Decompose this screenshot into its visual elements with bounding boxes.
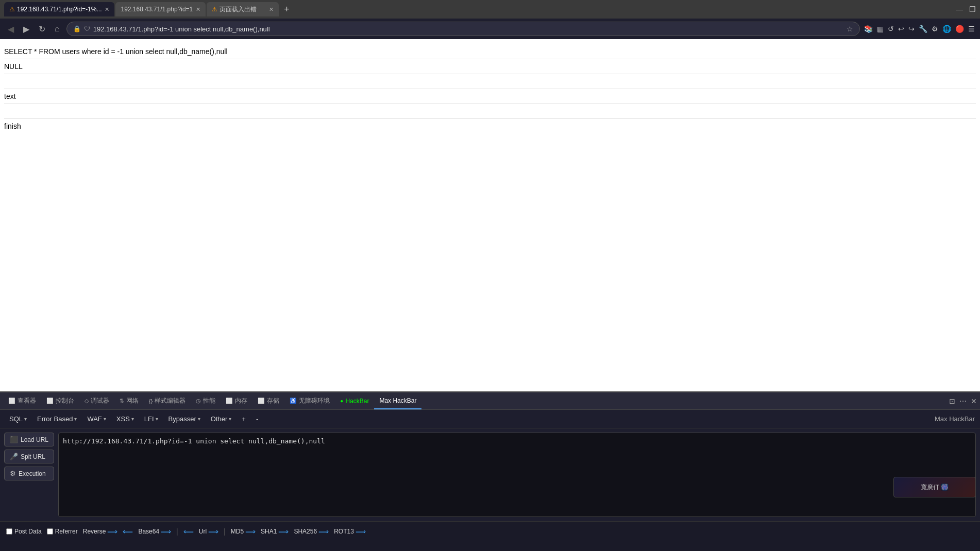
menu-xss[interactable]: XSS ▾ [112,413,138,425]
sync-icon[interactable]: ↺ [888,25,894,33]
library-icon[interactable]: 📚 [864,25,873,33]
home-button[interactable]: ⌂ [52,23,62,35]
menu-remove[interactable]: - [252,413,262,425]
refresh-button[interactable]: ↻ [36,23,48,35]
menu-add[interactable]: + [238,413,250,425]
back2-icon[interactable]: ↩ [898,25,904,33]
menu-icon[interactable]: ☰ [968,25,975,33]
url-button[interactable]: Url ⟹ [199,527,218,536]
addon2-icon[interactable]: 🌐 [942,25,951,33]
debugger-label: 调试器 [91,397,109,405]
toolbar-icons: 📚 ▦ ↺ ↩ ↪ 🔧 ⚙ 🌐 🔴 ☰ [864,25,975,33]
tools-icon[interactable]: 🔧 [919,25,927,33]
lfi-arrow-icon: ▾ [156,416,158,422]
menu-waf[interactable]: WAF ▾ [83,413,110,425]
devtools-tab-storage[interactable]: ⬜ 存储 [252,392,284,409]
devtools-more-icon[interactable]: ⋯ [959,397,967,405]
memory-label: 内存 [235,397,247,405]
tab-1[interactable]: ⚠ 192.168.43.71/1.php?id=-1%... ✕ [4,2,114,16]
devtools-tab-accessibility[interactable]: ♿ 无障碍环境 [284,392,335,409]
maxhackbar-label: Max HackBar [379,397,416,404]
sha256-button[interactable]: SHA256 ⟹ [294,527,329,536]
devtools-tab-debugger[interactable]: ◇ 调试器 [79,392,114,409]
execution-icon: ⚙ [10,470,16,477]
spit-url-button[interactable]: 🎤 Spit URL [4,450,54,463]
sha1-button[interactable]: SHA1 ⟹ [261,527,289,536]
menu-lfi[interactable]: LFI ▾ [140,413,162,425]
forward-button[interactable]: ▶ [21,23,32,35]
base64-button[interactable]: Base64 ⟹ [138,527,171,536]
devtools-tab-style[interactable]: {} 样式编辑器 [144,392,191,409]
post-data-checkbox-label[interactable]: Post Data [6,528,42,535]
page-line-1: SELECT * FROM users where id = -1 union … [4,44,976,59]
text-label: text [4,92,16,100]
hackbar-brand: Max HackBar [935,415,975,423]
execution-button[interactable]: ⚙ Execution [4,467,54,480]
devtools-tabs: ⬜ 查看器 ⬜ 控制台 ◇ 调试器 ⇅ 网络 {} 样式编辑器 ◷ 性能 ⬜ 内… [0,392,980,410]
devtools-tab-maxhackbar[interactable]: Max HackBar [374,392,421,409]
referrer-checkbox-label[interactable]: Referrer [47,528,78,535]
tab-close-3[interactable]: ✕ [269,6,274,13]
url-arrow-icon: ⟹ [208,527,218,536]
page-line-3 [4,74,976,89]
reverse-button[interactable]: Reverse ⟹ [83,527,118,536]
devtools-tab-performance[interactable]: ◷ 性能 [191,392,221,409]
minimize-icon[interactable]: — [956,5,963,13]
hackbar-label: HackBar [345,398,369,405]
tab-warning-icon-1: ⚠ [9,6,15,13]
rot13-label: ROT13 [334,528,354,535]
menu-bypasser[interactable]: Bypasser ▾ [164,413,205,425]
waf-arrow-icon: ▾ [104,416,106,422]
add-label: + [242,415,246,423]
post-data-checkbox[interactable] [6,528,12,535]
execution-label: Execution [19,470,46,477]
devtools-close-icon[interactable]: ✕ [971,397,977,405]
hackbar-url-area: <span class="url-base">http://192.168.43… [58,433,976,517]
tab-close-1[interactable]: ✕ [105,6,109,13]
inspector-label: 查看器 [18,397,36,405]
null-text: NULL [4,62,23,71]
page-content: SELECT * FROM users where id = -1 union … [0,39,980,391]
load-url-button[interactable]: ⬛ Load URL [4,433,54,446]
finish-text: finish [4,122,21,130]
waf-label: WAF [87,415,102,423]
devtools-tab-memory[interactable]: ⬜ 内存 [221,392,252,409]
devtools-tab-hackbar[interactable]: ● HackBar [335,392,374,409]
rot13-button[interactable]: ROT13 ⟹ [334,527,366,536]
address-field[interactable]: 🔒 🛡 192.168.43.71/1.php?id=-1 union sele… [66,22,860,36]
md5-button[interactable]: MD5 ⟹ [231,527,256,536]
tab-3[interactable]: ⚠ 页面载入出错 ✕ [207,2,279,16]
sidebar-icon[interactable]: ▦ [877,25,884,33]
referrer-checkbox[interactable] [47,528,53,535]
addon1-icon[interactable]: ⚙ [932,25,938,33]
tab-close-2[interactable]: ✕ [196,6,200,13]
tab-bar: ⚠ 192.168.43.71/1.php?id=-1%... ✕ 192.16… [0,0,980,19]
network-icon: ⇅ [120,398,124,404]
bypasser-label: Bypasser [168,415,196,423]
other-label: Other [211,415,228,423]
referrer-label: Referrer [55,528,78,535]
menu-other[interactable]: Other ▾ [207,413,236,425]
back-button[interactable]: ◀ [5,23,16,35]
page-line-4: text [4,89,976,104]
new-tab-button[interactable]: + [280,4,294,15]
addon3-icon[interactable]: 🔴 [955,25,964,33]
bookmark-icon[interactable]: ☆ [847,25,853,33]
accessibility-icon: ♿ [290,398,297,404]
page-line-5 [4,104,976,119]
devtools-tab-network[interactable]: ⇅ 网络 [114,392,144,409]
error-based-arrow-icon: ▾ [74,416,77,422]
maximize-icon[interactable]: ❐ [969,5,976,13]
menu-sql[interactable]: SQL ▾ [5,413,31,425]
hackbar-url-input[interactable]: <span class="url-base">http://192.168.43… [58,433,976,517]
md5-label: MD5 [231,528,244,535]
devtools-tab-inspector[interactable]: ⬜ 查看器 [3,392,41,409]
tab-2[interactable]: 192.168.43.71/1.php?id=1 ✕ [115,2,206,16]
devtools-tab-console[interactable]: ⬜ 控制台 [41,392,79,409]
hackbar-dot-icon: ● [340,398,343,404]
menu-error-based[interactable]: Error Based ▾ [33,413,81,425]
forward2-icon[interactable]: ↪ [908,25,915,33]
devtools-detach-icon[interactable]: ⊡ [949,397,955,405]
network-label: 网络 [126,397,139,405]
load-url-icon: ⬛ [10,436,18,443]
